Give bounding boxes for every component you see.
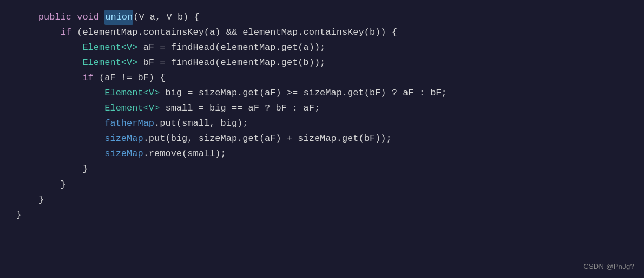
var-sizemap-2: sizeMap [104, 146, 143, 161]
code-container: public void union (V a, V b) { if (eleme… [0, 0, 644, 278]
code-line-1: public void union (V a, V b) { [16, 10, 628, 25]
type-element-3: Element<V> [104, 86, 160, 101]
code-line-12: } [16, 177, 628, 192]
var-sizemap-1: sizeMap [104, 131, 143, 146]
keyword-if-2: if [82, 70, 93, 86]
code-line-7: Element<V> small = big == aF ? bF : aF; [16, 101, 628, 116]
type-element-4: Element<V> [104, 101, 160, 116]
keyword-public: public [38, 10, 71, 25]
watermark: CSDN @PnJg? [583, 262, 634, 270]
var-fathermap: fatherMap [104, 116, 154, 131]
code-line-14: } [16, 208, 628, 223]
type-element-1: Element<V> [82, 40, 137, 55]
code-line-2: if (elementMap.containsKey(a) && element… [16, 25, 628, 40]
keyword-void: void [77, 10, 99, 25]
indent [16, 10, 38, 25]
code-line-4: Element<V> bF = findHead(elementMap.get(… [16, 55, 628, 70]
code-line-6: Element<V> big = sizeMap.get(aF) >= size… [16, 86, 628, 101]
type-element-2: Element<V> [82, 55, 137, 70]
code-line-9: sizeMap .put(big, sizeMap.get(aF) + size… [16, 131, 628, 146]
code-line-13: } [16, 192, 628, 208]
method-union-highlighted: union [104, 10, 133, 25]
code-line-10: sizeMap .remove(small); [16, 146, 628, 161]
code-block: public void union (V a, V b) { if (eleme… [0, 10, 644, 223]
keyword-if-1: if [61, 25, 71, 40]
code-line-8: fatherMap .put(small, big); [16, 116, 628, 131]
code-line-11: } [16, 161, 628, 177]
code-line-5: if (aF != bF) { [16, 70, 628, 86]
code-line-3: Element<V> aF = findHead(elementMap.get(… [16, 40, 628, 55]
